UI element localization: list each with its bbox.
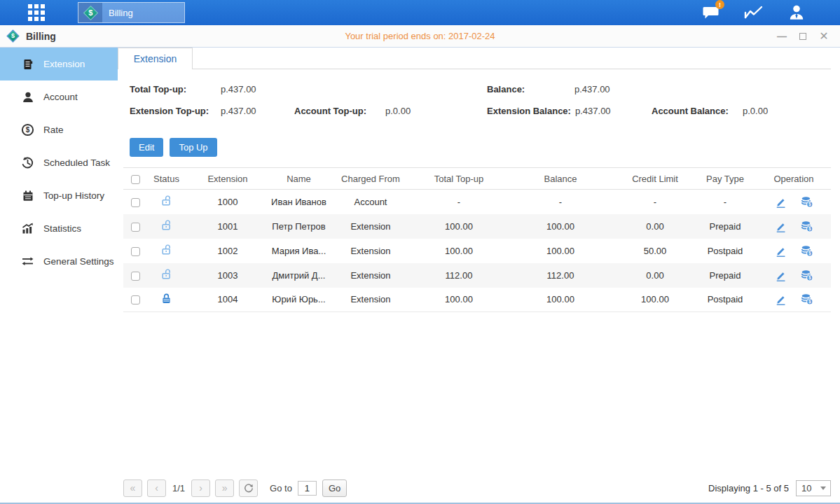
account-topup-value: p.0.00 [385,106,411,116]
minimize-button[interactable]: — [776,30,788,43]
sidebar-item-label: Account [43,92,78,102]
locked-icon[interactable] [160,293,172,304]
row-checkbox[interactable] [131,198,140,207]
cell-status [147,239,186,263]
cell-pay-type: Prepaid [694,263,757,288]
cell-credit-limit: 50.00 [617,239,694,263]
row-checkbox-cell [123,190,147,214]
sidebar-item-account[interactable]: Account [0,80,118,113]
tab-strip: Extension [118,48,831,69]
edit-row-icon[interactable] [775,245,787,257]
cell-balance: 100.00 [504,214,617,239]
column-header-credit-limit[interactable]: Credit Limit [617,168,694,190]
column-header-pay-type[interactable]: Pay Type [694,168,757,190]
topup-row-icon[interactable]: $ [801,245,813,257]
sidebar-item-extension[interactable]: Extension [0,48,118,80]
svg-text:$: $ [808,299,811,304]
select-all-checkbox[interactable] [131,175,140,184]
account-topup-label: Account Top-up: [294,106,366,116]
pagination-bar: « ‹ 1/1 › » Go to Go Displaying 1 - 5 of… [123,479,831,497]
extension-balance-value: p.437.00 [575,106,611,116]
top-up-button[interactable]: Top Up [170,138,216,157]
column-header-name[interactable]: Name [270,168,328,190]
sidebar-item-rate[interactable]: $ Rate [0,113,118,146]
edit-row-icon[interactable] [775,293,787,305]
sidebar-item-label: Top-up History [43,190,104,201]
close-button[interactable]: ✕ [818,30,830,43]
prev-page-button[interactable]: ‹ [147,479,166,497]
table-row[interactable]: 1002Мария Ива...Extension100.00100.0050.… [123,239,831,263]
statistics-icon[interactable] [744,3,764,22]
person-icon [21,90,34,104]
unlocked-icon[interactable] [160,219,172,231]
table-header-row: StatusExtensionNameCharged FromTotal Top… [123,168,831,190]
row-checkbox-cell [123,214,147,239]
table-body: 1000Иван ИвановAccount----$1001Петр Петр… [123,190,831,312]
table-row[interactable]: 1001Петр ПетровExtension100.00100.000.00… [123,214,831,239]
apps-grid-icon[interactable] [23,0,50,25]
column-header-total-top-up[interactable]: Total Top-up [413,168,504,190]
unlocked-icon[interactable] [160,244,172,255]
unlocked-icon[interactable] [160,268,172,280]
column-header-charged-from[interactable]: Charged From [328,168,413,190]
row-checkbox-cell [123,288,147,312]
column-header-status[interactable]: Status [147,168,186,190]
row-checkbox[interactable] [131,247,140,256]
tab-extension[interactable]: Extension [118,48,193,69]
journal-icon [21,57,34,71]
cell-extension: 1001 [186,214,270,239]
sidebar-item-label: Extension [43,59,85,69]
page-size-select[interactable]: 10 [796,480,831,496]
go-button[interactable]: Go [322,479,347,497]
cell-balance: 100.00 [504,239,617,263]
total-topup-value: p.437.00 [221,84,256,94]
sidebar-item-topup-history[interactable]: Top-up History [0,179,118,212]
trial-notice: Your trial period ends on: 2017-02-24 [0,31,840,41]
last-page-button[interactable]: » [215,479,234,497]
edit-row-icon[interactable] [775,220,787,232]
topup-row-icon[interactable]: $ [801,293,813,305]
messages-icon[interactable]: ! [701,3,721,22]
cell-status [147,214,186,239]
sidebar-item-label: Scheduled Task [43,158,110,168]
sidebar-item-scheduled-task[interactable]: Scheduled Task [0,146,118,179]
cell-total-topup: 100.00 [413,288,504,312]
balance-value: p.437.00 [574,84,610,94]
column-header-extension[interactable]: Extension [186,168,270,190]
cell-extension: 1003 [186,263,270,288]
user-icon[interactable] [787,3,806,22]
row-checkbox[interactable] [131,272,140,281]
unlocked-icon[interactable] [160,195,172,206]
edit-row-icon[interactable] [775,196,787,208]
refresh-button[interactable] [239,479,258,497]
cell-charged-from: Extension [328,239,413,263]
cell-name: Юрий Юрь... [270,288,328,312]
row-checkbox[interactable] [131,223,140,232]
taskbar-tab-billing[interactable]: $ Billing [78,2,185,23]
sidebar-item-general-settings[interactable]: General Settings [0,245,118,278]
next-page-button[interactable]: › [191,479,210,497]
table-row[interactable]: 1004Юрий Юрь...Extension100.00100.00100.… [123,288,831,312]
topup-row-icon[interactable]: $ [801,220,813,232]
column-header-balance[interactable]: Balance [504,168,617,190]
sidebar-item-statistics[interactable]: Statistics [0,212,118,245]
column-header-operation[interactable]: Operation [757,168,831,190]
page-indicator: 1/1 [172,483,185,493]
svg-text:$: $ [808,275,811,281]
edit-row-icon[interactable] [775,270,787,281]
table-row[interactable]: 1000Иван ИвановAccount----$ [123,190,831,214]
table-row[interactable]: 1003Дмитрий Д...Extension112.00112.000.0… [123,263,831,288]
page-title: Billing [26,31,56,42]
topup-row-icon[interactable]: $ [801,196,813,208]
edit-button[interactable]: Edit [130,138,163,157]
billing-app-window: $ Billing ! [0,0,840,504]
sidebar: Extension Account $ Rate Scheduled Task … [0,48,118,503]
cell-balance: 112.00 [504,263,617,288]
sidebar-item-label: General Settings [43,256,114,267]
first-page-button[interactable]: « [123,479,142,497]
goto-page-input[interactable] [298,481,317,496]
maximize-button[interactable] [797,30,809,43]
row-checkbox[interactable] [131,295,140,304]
topup-row-icon[interactable]: $ [801,270,813,281]
chevron-down-icon [820,486,826,490]
